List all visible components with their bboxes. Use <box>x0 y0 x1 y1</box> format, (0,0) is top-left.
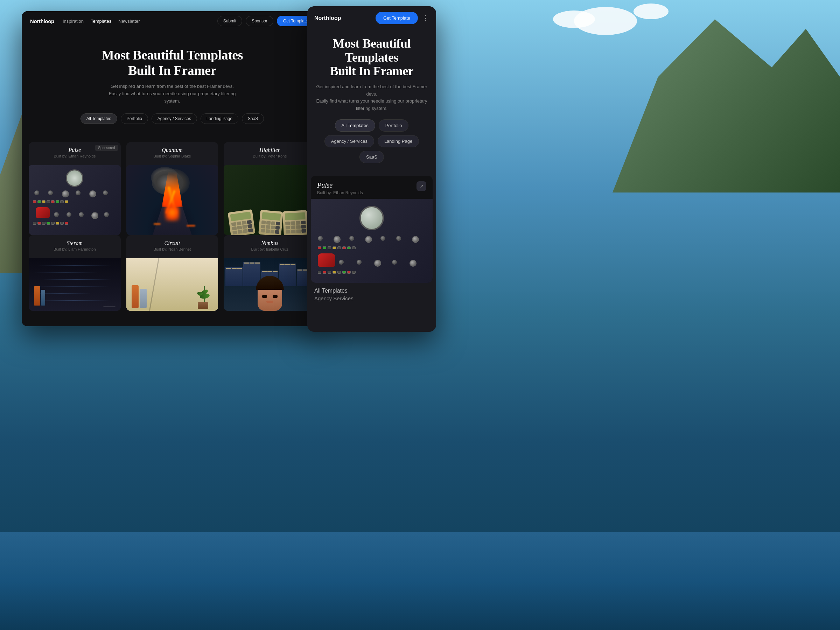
desktop-hero: Most Beautiful Templates Built In Framer… <box>22 31 323 135</box>
mobile-get-template-button[interactable]: Get Template <box>376 12 418 24</box>
templates-grid-row1: Sponsored Pulse Built by: Ethan Reynolds <box>22 135 323 235</box>
template-author-highflier: Built by: Peter Konti <box>229 154 311 158</box>
mobile-red-phone <box>318 253 335 267</box>
nav-links: Inspiration Templates Newsletter <box>63 19 209 24</box>
template-card-quantum[interactable]: Quantum Built by: Sophia Blake <box>126 142 218 235</box>
mobile-template-header: Pulse Built by: Ethan Reynolds ↗ <box>311 176 433 199</box>
template-name-circuit: Circuit <box>131 240 213 246</box>
mobile-more-icon[interactable]: ⋮ <box>422 14 429 23</box>
mobile-filter-landing-page[interactable]: Landing Page <box>377 135 419 147</box>
filter-tags: All Templates Portfolio Agency / Service… <box>30 114 314 124</box>
template-name-quantum: Quantum <box>131 147 213 153</box>
mobile-hero-title: Most Beautiful Templates Built In Framer <box>316 37 428 78</box>
man-portrait <box>256 276 284 311</box>
mobile-filter-portfolio[interactable]: Portfolio <box>379 119 409 132</box>
mobile-bottom-labels: All Templates Agency Services <box>307 283 436 303</box>
filter-all-templates[interactable]: All Templates <box>81 114 117 124</box>
tall-book <box>132 285 139 308</box>
mobile-browser-window: Northloop Get Template ⋮ Most Beautiful … <box>307 6 436 332</box>
mobile-template-author: Built by: Ethan Reynolds <box>317 190 363 195</box>
agency-services-label[interactable]: Agency Services <box>314 295 429 302</box>
mobile-template-thumb <box>311 199 433 283</box>
filter-agency-services[interactable]: Agency / Services <box>152 114 197 124</box>
sponsor-button[interactable]: Sponsor <box>246 16 273 26</box>
submit-button[interactable]: Submit <box>217 16 242 26</box>
template-author-nimbus: Built by: Isabella Cruz <box>229 247 311 251</box>
hero-title: Most Beautiful Templates Built In Framer <box>30 47 314 78</box>
template-author-circuit: Built by: Noah Bennet <box>131 247 213 251</box>
nav-templates[interactable]: Templates <box>91 19 111 24</box>
desktop-logo: Northloop <box>30 18 54 24</box>
template-card-circuit[interactable]: Circuit Built by: Noah Bennet <box>126 235 218 311</box>
cp-screen <box>66 169 83 187</box>
mobile-filter-agency-services[interactable]: Agency / Services <box>324 135 374 147</box>
mobile-template-title: Pulse <box>317 181 363 189</box>
nav-newsletter[interactable]: Newsletter <box>118 19 140 24</box>
template-thumb-quantum <box>126 165 218 235</box>
template-author-steram: Built by: Liam Harrington <box>33 247 116 251</box>
hero-subtitle: Get inspired and learn from the best of … <box>106 83 239 105</box>
filter-landing-page[interactable]: Landing Page <box>201 114 238 124</box>
template-name-nimbus: Nimbus <box>229 240 311 246</box>
template-card-nimbus[interactable]: Nimbus Built by: Isabella Cruz <box>224 235 316 311</box>
mobile-filter-saas[interactable]: SaaS <box>360 151 384 163</box>
cloud-3 <box>633 3 668 19</box>
templates-grid-row2: Steram Built by: Liam Harrington <box>22 235 323 311</box>
eye-left <box>262 295 267 298</box>
sponsored-badge: Sponsored <box>95 145 118 151</box>
cp-red-phone <box>36 207 50 218</box>
mobile-nav: Northloop Get Template ⋮ <box>307 6 436 28</box>
filter-portfolio[interactable]: Portfolio <box>121 114 148 124</box>
desktop-browser-window: Northloop Inspiration Templates Newslett… <box>22 11 323 326</box>
mouth <box>266 301 273 303</box>
template-author-quantum: Built by: Sophia Blake <box>131 154 213 158</box>
mobile-external-link-icon[interactable]: ↗ <box>417 181 426 191</box>
mobile-filter-all-templates[interactable]: All Templates <box>335 119 375 132</box>
template-name-steram: Steram <box>33 240 116 246</box>
template-thumb-pulse <box>29 165 121 235</box>
cp-knob <box>34 190 39 195</box>
mobile-hero: Most Beautiful Templates Built In Framer… <box>307 28 436 176</box>
mobile-filter-tags: All Templates Portfolio Agency / Service… <box>316 119 428 163</box>
filter-saas[interactable]: SaaS <box>242 114 264 124</box>
nav-actions: Submit Sponsor Get Template <box>217 16 314 26</box>
mobile-logo: Northloop <box>314 15 376 21</box>
template-thumb-circuit <box>126 258 218 311</box>
mobile-template-section: Pulse Built by: Ethan Reynolds ↗ <box>311 176 433 283</box>
template-card-highflier[interactable]: Highflier Built by: Peter Konti <box>224 142 316 235</box>
cloud-2 <box>553 11 595 28</box>
book-orange <box>34 286 40 306</box>
template-thumb-nimbus <box>224 258 316 311</box>
nav-inspiration[interactable]: Inspiration <box>63 19 84 24</box>
eye-right <box>273 295 278 298</box>
template-name-highflier: Highflier <box>229 147 311 153</box>
template-card-steram[interactable]: Steram Built by: Liam Harrington <box>29 235 121 311</box>
water-reflection <box>0 532 840 630</box>
mobile-hero-subtitle: Get inspired and learn from the best of … <box>316 83 428 112</box>
template-thumb-highflier <box>224 165 316 235</box>
template-author-pulse: Built by: Ethan Reynolds <box>33 154 116 158</box>
book-blue <box>41 290 45 306</box>
all-templates-label[interactable]: All Templates <box>314 288 429 294</box>
template-thumb-steram <box>29 258 121 311</box>
template-card-pulse[interactable]: Sponsored Pulse Built by: Ethan Reynolds <box>29 142 121 235</box>
desktop-nav: Northloop Inspiration Templates Newslett… <box>22 11 323 31</box>
